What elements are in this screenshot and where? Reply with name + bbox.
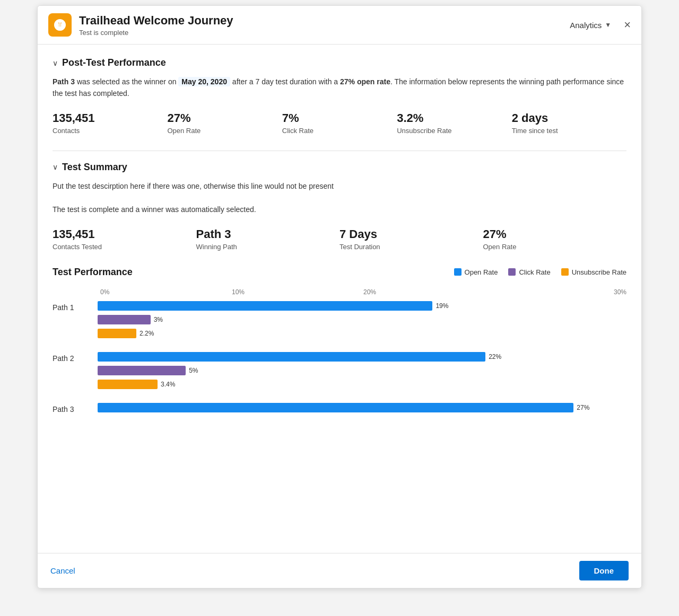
path3-open-label: 27% — [577, 404, 589, 411]
path1-click-label: 3% — [154, 316, 163, 323]
chart-row-path3: Path 3 27% — [53, 402, 626, 413]
journey-icon — [53, 18, 67, 32]
axis-20: 20% — [363, 288, 495, 296]
test-summary-title: Test Summary — [62, 162, 127, 173]
chart-title: Test Performance — [53, 267, 454, 278]
path3-open-bar-container: 27% — [98, 402, 626, 413]
page-title: Trailhead Welcome Journey — [79, 14, 570, 28]
summary-label-contacts: Contacts Tested — [53, 243, 196, 251]
path2-bars: 22% 5% 3.4% — [98, 351, 626, 390]
chevron-down-icon: ∨ — [53, 59, 58, 67]
axis-10: 10% — [232, 288, 363, 296]
summary-label-path: Winning Path — [196, 243, 340, 251]
test-summary-section-header: ∨ Test Summary — [53, 162, 626, 173]
summary-metric-duration: 7 Days Test Duration — [340, 227, 483, 251]
legend-unsub-rate: Unsubscribe Rate — [561, 268, 626, 276]
path3-label: Path 3 — [53, 402, 98, 413]
metric-label-time-since: Time since test — [512, 127, 626, 135]
path2-open-label: 22% — [489, 353, 501, 360]
metric-contacts: 135,451 Contacts — [53, 111, 167, 135]
summary-metric-contacts: 135,451 Contacts Tested — [53, 227, 196, 251]
post-test-metrics: 135,451 Contacts 27% Open Rate 7% Click … — [53, 111, 626, 135]
metric-open-rate: 27% Open Rate — [167, 111, 282, 135]
chart-section: Test Performance Open Rate Click Rate Un… — [53, 267, 626, 413]
section-divider — [53, 151, 626, 151]
path2-unsub-bar — [98, 380, 158, 389]
post-test-title: Post-Test Performance — [62, 57, 166, 68]
metric-unsub-rate: 3.2% Unsubscribe Rate — [397, 111, 511, 135]
path1-click-bar-container: 3% — [98, 314, 626, 325]
axis-0: 0% — [100, 288, 232, 296]
modal-container: Trailhead Welcome Journey Test is comple… — [37, 5, 642, 588]
metric-label-open-rate: Open Rate — [167, 127, 282, 135]
winner-path: Path 3 — [53, 77, 75, 86]
legend-color-purple — [508, 268, 516, 276]
path2-unsub-label: 3.4% — [161, 381, 175, 388]
summary-value-path: Path 3 — [196, 227, 340, 241]
path2-open-bar — [98, 352, 485, 362]
path1-unsub-bar — [98, 329, 136, 338]
metric-click-rate: 7% Click Rate — [282, 111, 397, 135]
chart-header: Test Performance Open Rate Click Rate Un… — [53, 267, 626, 278]
metric-label-click-rate: Click Rate — [282, 127, 397, 135]
summary-value-open-rate: 27% — [483, 227, 627, 241]
metric-label-contacts: Contacts — [53, 127, 167, 135]
modal-header: Trailhead Welcome Journey Test is comple… — [38, 6, 641, 45]
path1-unsub-label: 2.2% — [140, 330, 154, 337]
path1-open-label: 19% — [436, 302, 448, 310]
summary-label-duration: Test Duration — [340, 243, 483, 251]
axis-30: 30% — [495, 288, 626, 296]
legend-color-blue — [454, 268, 462, 276]
post-test-section-header: ∨ Post-Test Performance — [53, 57, 626, 68]
summary-value-duration: 7 Days — [340, 227, 483, 241]
path2-unsub-bar-container: 3.4% — [98, 379, 626, 390]
test-summary-metrics: 135,451 Contacts Tested Path 3 Winning P… — [53, 227, 626, 251]
legend-color-orange — [561, 268, 569, 276]
chart-legend: Open Rate Click Rate Unsubscribe Rate — [454, 268, 626, 276]
post-test-description: Path 3 was selected as the winner on May… — [53, 76, 626, 100]
done-button[interactable]: Done — [579, 561, 629, 580]
path1-open-bar-container: 19% — [98, 300, 626, 312]
modal-footer: Cancel Done — [38, 553, 641, 588]
app-icon — [48, 13, 72, 37]
path3-bars: 27% — [98, 402, 626, 413]
cancel-button[interactable]: Cancel — [50, 566, 75, 575]
summary-metric-path: Path 3 Winning Path — [196, 227, 340, 251]
chevron-down-icon: ▼ — [605, 21, 611, 29]
header-title-block: Trailhead Welcome Journey Test is comple… — [79, 14, 570, 37]
desc-mid: was selected as the winner on — [75, 77, 178, 86]
close-button[interactable]: × — [624, 19, 631, 31]
test-summary-desc1: Put the test descirption here if there w… — [53, 180, 626, 192]
path3-open-bar — [98, 403, 573, 412]
path2-click-bar-container: 5% — [98, 365, 626, 376]
winner-date: May 20, 2020 — [178, 77, 230, 86]
legend-label-click-rate: Click Rate — [519, 268, 550, 276]
path1-label: Path 1 — [53, 300, 98, 312]
metric-value-unsub-rate: 3.2% — [397, 111, 511, 125]
path1-unsub-bar-container: 2.2% — [98, 328, 626, 339]
path2-label: Path 2 — [53, 351, 98, 363]
analytics-label: Analytics — [570, 21, 602, 30]
summary-value-contacts: 135,451 — [53, 227, 196, 241]
metric-value-contacts: 135,451 — [53, 111, 167, 125]
path2-open-bar-container: 22% — [98, 351, 626, 363]
path2-click-bar — [98, 366, 186, 375]
legend-label-open-rate: Open Rate — [465, 268, 498, 276]
open-rate-highlight: 27% open rate — [340, 77, 390, 86]
path1-click-bar — [98, 315, 151, 324]
test-summary-desc2: The test is complete and a winner was au… — [53, 204, 626, 215]
legend-open-rate: Open Rate — [454, 268, 498, 276]
metric-time-since: 2 days Time since test — [512, 111, 626, 135]
summary-metric-open-rate: 27% Open Rate — [483, 227, 627, 251]
legend-label-unsub-rate: Unsubscribe Rate — [572, 268, 626, 276]
analytics-dropdown[interactable]: Analytics ▼ — [570, 21, 611, 30]
metric-value-click-rate: 7% — [282, 111, 397, 125]
metric-value-time-since: 2 days — [512, 111, 626, 125]
path1-open-bar — [98, 301, 432, 311]
legend-click-rate: Click Rate — [508, 268, 550, 276]
chart-row-path2: Path 2 22% 5% 3.4% — [53, 351, 626, 390]
path1-bars: 19% 3% 2.2% — [98, 300, 626, 339]
modal-content: ∨ Post-Test Performance Path 3 was selec… — [38, 45, 641, 553]
page-subtitle: Test is complete — [79, 29, 570, 37]
metric-label-unsub-rate: Unsubscribe Rate — [397, 127, 511, 135]
